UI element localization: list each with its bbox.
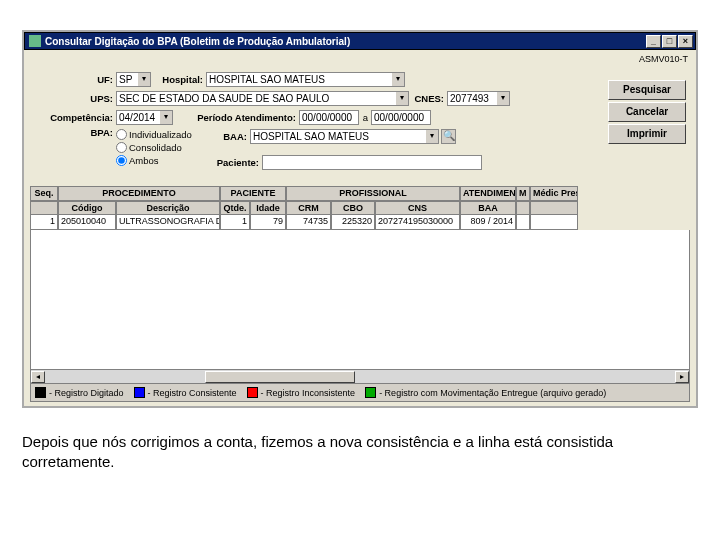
app-icon bbox=[29, 35, 41, 47]
gh-medic: Médic Presta bbox=[530, 186, 578, 201]
grid-empty-area bbox=[30, 230, 690, 370]
button-panel: Pesquisar Cancelar Imprimir bbox=[608, 80, 686, 146]
h-crm: CRM bbox=[286, 201, 331, 215]
gh-proc: PROCEDIMENTO bbox=[58, 186, 220, 201]
cancelar-button[interactable]: Cancelar bbox=[608, 102, 686, 122]
h-codigo: Código bbox=[58, 201, 116, 215]
grid-row[interactable]: 1 205010040 ULTRASSONOGRAFIA DOPPL 1 79 … bbox=[30, 215, 690, 230]
cell-seq: 1 bbox=[30, 215, 58, 230]
paciente-label: Paciente: bbox=[210, 157, 262, 168]
window-content: ASMV010-T Pesquisar Cancelar Imprimir UF… bbox=[24, 50, 696, 406]
legend-consistente: - Registro Consistente bbox=[148, 388, 237, 398]
ups-label: UPS: bbox=[36, 93, 116, 104]
ups-select[interactable]: ▾ bbox=[116, 91, 409, 106]
cell-idade: 79 bbox=[250, 215, 286, 230]
gh-atend: ATENDIMENTO bbox=[460, 186, 516, 201]
baa-select[interactable]: ▾ bbox=[250, 129, 439, 144]
chevron-down-icon[interactable]: ▾ bbox=[160, 110, 173, 125]
close-button[interactable]: × bbox=[678, 35, 693, 48]
periodo-a-label: a bbox=[359, 112, 371, 123]
cell-cbo: 225320 bbox=[331, 215, 375, 230]
cnes-label: CNES: bbox=[409, 93, 447, 104]
bpa-radio-amb[interactable]: Ambos bbox=[116, 154, 210, 167]
titlebar: Consultar Digitação do BPA (Boletim de P… bbox=[24, 32, 696, 50]
competencia-select[interactable]: ▾ bbox=[116, 110, 173, 125]
minimize-button[interactable]: _ bbox=[646, 35, 661, 48]
cell-baa: 809 / 2014 bbox=[460, 215, 516, 230]
cell-mp bbox=[516, 215, 530, 230]
caption-text: Depois que nós corrigimos a conta, fizem… bbox=[22, 432, 622, 471]
imprimir-button[interactable]: Imprimir bbox=[608, 124, 686, 144]
gh-prof: PROFISSIONAL bbox=[286, 186, 460, 201]
cell-cns: 207274195030000 bbox=[375, 215, 460, 230]
result-grid: Seq. PROCEDIMENTO PACIENTE PROFISSIONAL … bbox=[30, 186, 690, 402]
cell-medic bbox=[530, 215, 578, 230]
uf-label: UF: bbox=[36, 74, 116, 85]
horizontal-scrollbar[interactable]: ◂ ▸ bbox=[30, 370, 690, 384]
h-cns: CNS bbox=[375, 201, 460, 215]
legend-digitado: - Registro Digitado bbox=[49, 388, 124, 398]
maximize-button[interactable]: □ bbox=[662, 35, 677, 48]
legend-mov: - Registro com Movimentação Entregue (ar… bbox=[379, 388, 606, 398]
chevron-down-icon[interactable]: ▾ bbox=[396, 91, 409, 106]
svg-rect-0 bbox=[29, 35, 41, 47]
grid-group-header: Seq. PROCEDIMENTO PACIENTE PROFISSIONAL … bbox=[30, 186, 690, 201]
scrollbar-thumb[interactable] bbox=[205, 371, 355, 383]
cnes-select[interactable]: ▾ bbox=[447, 91, 510, 106]
bpa-radio-con[interactable]: Consolidado bbox=[116, 141, 210, 154]
cell-codigo: 205010040 bbox=[58, 215, 116, 230]
legend-inconsistente: - Registro Inconsistente bbox=[261, 388, 356, 398]
hospital-select[interactable]: ▾ bbox=[206, 72, 405, 87]
search-icon[interactable]: 🔍 bbox=[441, 129, 456, 144]
h-descricao: Descrição bbox=[116, 201, 220, 215]
scroll-right-icon[interactable]: ▸ bbox=[675, 371, 689, 383]
uf-select[interactable]: ▾ bbox=[116, 72, 151, 87]
chevron-down-icon[interactable]: ▾ bbox=[497, 91, 510, 106]
cell-qtde: 1 bbox=[220, 215, 250, 230]
pesquisar-button[interactable]: Pesquisar bbox=[608, 80, 686, 100]
chevron-down-icon[interactable]: ▾ bbox=[138, 72, 151, 87]
cell-descricao: ULTRASSONOGRAFIA DOPPL bbox=[116, 215, 220, 230]
baa-label: BAA: bbox=[210, 131, 250, 142]
scroll-left-icon[interactable]: ◂ bbox=[31, 371, 45, 383]
paciente-input[interactable] bbox=[262, 155, 482, 170]
periodo-a-input[interactable] bbox=[371, 110, 431, 125]
h-cbo: CBO bbox=[331, 201, 375, 215]
grid-header: Código Descrição Qtde. Idade CRM CBO CNS… bbox=[30, 201, 690, 215]
swatch-black bbox=[35, 387, 46, 398]
screen-code: ASMV010-T bbox=[639, 54, 688, 64]
bpa-radio-group: Individualizado Consolidado Ambos bbox=[116, 128, 210, 167]
app-window: Consultar Digitação do BPA (Boletim de P… bbox=[22, 30, 698, 408]
periodo-de-input[interactable] bbox=[299, 110, 359, 125]
form-area: UF: ▾ Hospital: ▾ UPS: ▾ CNES: ▾ Competê… bbox=[30, 68, 690, 178]
periodo-label: Período Atendimento: bbox=[173, 112, 299, 123]
h-baa: BAA bbox=[460, 201, 516, 215]
bpa-label: BPA: bbox=[36, 127, 116, 138]
h-qtde: Qtde. bbox=[220, 201, 250, 215]
swatch-green bbox=[365, 387, 376, 398]
gh-seq: Seq. bbox=[30, 186, 58, 201]
gh-pac: PACIENTE bbox=[220, 186, 286, 201]
bpa-radio-ind[interactable]: Individualizado bbox=[116, 128, 210, 141]
gh-mp: M P bbox=[516, 186, 530, 201]
chevron-down-icon[interactable]: ▾ bbox=[392, 72, 405, 87]
h-idade: Idade bbox=[250, 201, 286, 215]
swatch-blue bbox=[134, 387, 145, 398]
swatch-red bbox=[247, 387, 258, 398]
competencia-label: Competência: bbox=[36, 112, 116, 123]
window-title: Consultar Digitação do BPA (Boletim de P… bbox=[45, 36, 350, 47]
chevron-down-icon[interactable]: ▾ bbox=[426, 129, 439, 144]
legend-bar: - Registro Digitado - Registro Consisten… bbox=[30, 384, 690, 402]
cell-crm: 74735 bbox=[286, 215, 331, 230]
hospital-label: Hospital: bbox=[151, 74, 206, 85]
